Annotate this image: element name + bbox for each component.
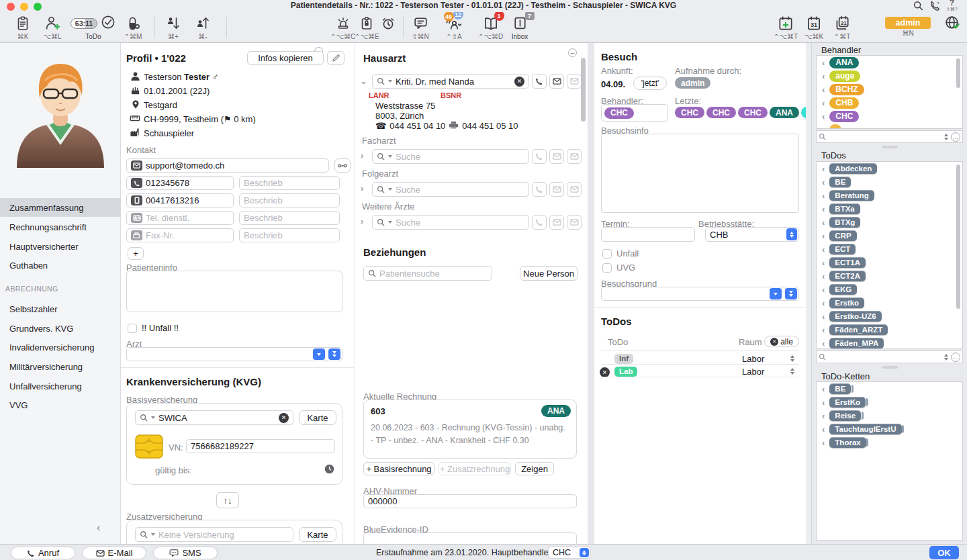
todo-list-item[interactable]: ‹Fäden_ARZT (817, 323, 962, 336)
secure-email-facharzt-button[interactable] (567, 149, 582, 164)
anruf-button[interactable]: Anruf (11, 547, 75, 559)
phone-beschrieb-field[interactable]: Beschrieb (239, 176, 340, 190)
todo-list-item[interactable]: ‹CRP (817, 229, 962, 242)
todo-raum-stepper-2[interactable] (790, 368, 794, 375)
vn-field[interactable]: 7566682189227 (186, 439, 335, 453)
letzte-badge[interactable]: OtO (801, 107, 806, 118)
sidebar-item-guthaben[interactable]: Guthaben (0, 256, 121, 275)
add-contact-button[interactable]: + (128, 247, 144, 260)
letzte-badge[interactable]: CHC (706, 107, 736, 118)
hausarzt-collapse-button[interactable]: − (568, 48, 577, 57)
insurer-search-field[interactable]: SWICA ✕ (135, 410, 293, 425)
toolbar-message-button[interactable]: ⇧⌘N (408, 14, 432, 40)
todos-search-stepper[interactable] (944, 354, 948, 361)
call-facharzt-button[interactable] (532, 149, 547, 164)
phone-field[interactable]: 012345678 (126, 176, 234, 190)
behandler-search-field[interactable]: … (816, 130, 963, 143)
clear-hausarzt-icon[interactable]: ✕ (514, 77, 524, 87)
letzte-badge[interactable]: CHC (675, 107, 704, 118)
todo-badge-lab[interactable]: Lab (614, 367, 637, 377)
blueevidence-field[interactable] (363, 532, 577, 544)
neue-person-button[interactable]: Neue Person (520, 266, 578, 281)
besuchsinfo-textarea[interactable] (601, 134, 799, 213)
behandler-field[interactable]: CHC (601, 104, 668, 122)
letzte-badge[interactable]: ANA (770, 107, 799, 118)
weitere-expand-chevron[interactable]: › (361, 216, 363, 226)
kette-list-item[interactable]: ‹Reise (817, 409, 962, 422)
sidebar-item-militaerversicherung[interactable]: Militärversicherung (0, 357, 121, 376)
jetzt-button[interactable]: 'jetzt' (633, 77, 667, 90)
phone-icon[interactable] (929, 0, 941, 14)
beziehungen-search-field[interactable]: Patientensuche (363, 266, 492, 281)
mobile-beschrieb-field[interactable]: Beschrieb (239, 193, 340, 207)
behandler-list-item[interactable]: ‹BCHZ (817, 83, 962, 96)
todo-raum-stepper-1[interactable] (790, 355, 794, 362)
secure-email-folgearzt-button[interactable] (567, 182, 582, 197)
kette-list-item[interactable]: ‹ErstKo (817, 395, 962, 409)
mobile-field[interactable]: 00417613216 (126, 193, 234, 207)
behandler-search-stepper[interactable] (944, 134, 948, 140)
toolbar-checkin-button[interactable]: ⌘+ (161, 14, 185, 40)
facharzt-search-field[interactable]: Suche (372, 149, 529, 164)
todo-list-item[interactable]: ‹Abdecken (817, 162, 962, 175)
hauptbehandler-select[interactable]: CHC (548, 547, 591, 559)
kette-list-item[interactable]: ‹Thorax (817, 436, 962, 449)
email-link-button[interactable] (334, 158, 351, 173)
email-facharzt-button[interactable] (549, 149, 564, 164)
arzt-dropdown-button[interactable] (313, 348, 325, 360)
todos-scrollbar[interactable] (956, 165, 960, 309)
termin-field[interactable] (601, 227, 695, 242)
clear-insurer-icon[interactable]: ✕ (279, 413, 289, 423)
hausarzt-scrollbar[interactable] (581, 58, 586, 122)
todo-list-item[interactable]: ‹Erstko-UZ6 (817, 310, 962, 323)
edit-profile-button[interactable] (327, 51, 344, 65)
call-hausarzt-button[interactable] (532, 74, 547, 89)
email-field[interactable]: support@tomedo.ch (126, 158, 329, 173)
todos-search-field[interactable]: … (816, 351, 963, 363)
todo-list-item[interactable]: ‹Fäden_MPA (817, 336, 962, 349)
arzt-combo[interactable] (126, 347, 342, 361)
toolbar-network-button[interactable] (940, 14, 964, 32)
swap-insurance-button[interactable]: ↑↓ (216, 492, 239, 508)
toolbar-emergency-button[interactable]: ⌃⌥⌘C (330, 14, 355, 40)
betriebsstaette-select[interactable]: CHB (705, 227, 799, 242)
zusatz-search-field[interactable]: Keine Versicherung (135, 527, 293, 542)
kette-list-item[interactable]: ‹BE (817, 382, 962, 395)
hausarzt-search-field[interactable]: Kriti, Dr. med Nanda ✕ (372, 74, 529, 89)
besuch-unfall-checkbox[interactable] (602, 249, 612, 259)
fax-beschrieb-field[interactable]: Beschrieb (239, 228, 340, 242)
email-hausarzt-button[interactable] (549, 74, 564, 89)
behandler-list-item[interactable]: ‹auge (817, 69, 962, 83)
sidebar-item-selbstzahler[interactable]: Selbstzahler (0, 299, 121, 318)
help-icon[interactable]: ? ⇧⌘? (946, 0, 958, 12)
toolbar-admin-button[interactable]: admin ⌘N (881, 14, 935, 37)
todo-list-item[interactable]: ‹Erstko (817, 296, 962, 310)
todo-list-item[interactable]: ‹BE (817, 175, 962, 189)
email-folgearzt-button[interactable] (549, 182, 564, 197)
remove-todo-icon[interactable]: ✕ (600, 367, 610, 377)
todo-list-item[interactable]: ‹BTXg (817, 216, 962, 229)
unfall-checkbox[interactable] (128, 324, 137, 333)
folgearzt-search-field[interactable]: Suche (372, 182, 529, 197)
copy-infos-button[interactable]: Infos kopieren (247, 51, 324, 65)
todo-list-item[interactable]: ‹EKG (817, 283, 962, 296)
clear-all-todos-button[interactable]: ✕ alle (764, 336, 799, 347)
behandler-scrollbar[interactable] (956, 58, 960, 88)
letzte-badge[interactable]: CHC (738, 107, 768, 118)
sidebar-item-invalidenversicherung[interactable]: Invalidenversicherung (0, 338, 121, 357)
email-button[interactable]: E-Mail (82, 547, 146, 559)
zeigen-button[interactable]: Zeigen (515, 462, 554, 475)
email-weitere-button[interactable] (549, 215, 564, 230)
toolbar-todo-button[interactable]: 63:11 ToDo (70, 14, 117, 40)
todo-list-item[interactable]: ‹ECT2A (817, 269, 962, 283)
behandler-list-item[interactable]: ‹ (817, 123, 962, 129)
besuch-uvg-checkbox[interactable] (602, 263, 612, 273)
besuchsgrund-dropdown-button[interactable] (770, 288, 782, 299)
folgearzt-expand-chevron[interactable]: › (361, 183, 363, 193)
toolbar-medication-button[interactable]: ⌃⌘M (121, 14, 145, 40)
todo-list-item[interactable]: ‹ECT (817, 242, 962, 256)
sidebar-collapse-chevron[interactable]: ‹ (97, 521, 101, 534)
toolbar-inbox-button[interactable]: 7 Inbox (508, 14, 532, 40)
karte-button[interactable]: Karte (299, 410, 336, 425)
arzt-expand-button[interactable] (328, 348, 340, 360)
